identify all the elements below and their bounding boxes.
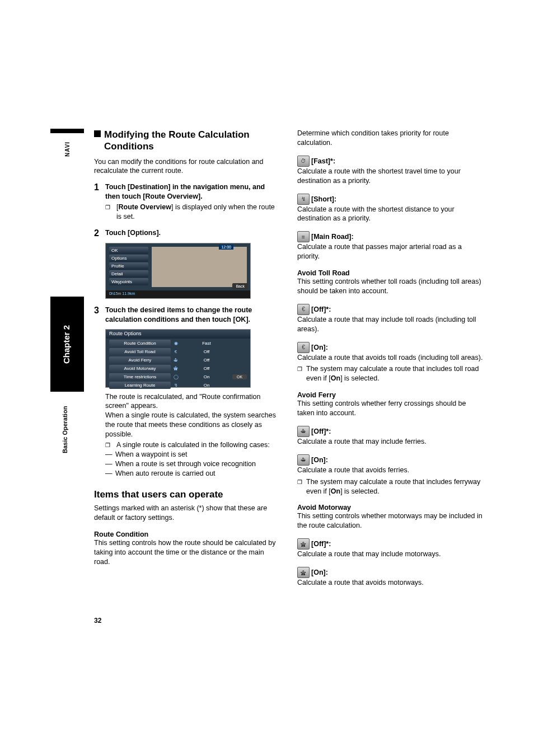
toll-off-desc: Calculate a route that may include toll … [297, 315, 484, 334]
fast-label: [Fast]*: [311, 157, 335, 165]
main-road-icon: ≡ [297, 231, 310, 242]
step-3-text: Touch the desired items to change the ro… [105, 306, 280, 325]
items-body: Settings marked with an asterisk (*) sho… [94, 504, 280, 523]
step-1-number: 1 [94, 182, 105, 201]
fast-icon: ⏱ [297, 156, 310, 167]
motorway-on-icon: 🛣 [297, 567, 310, 578]
left-column: Modifying the Route Calculation Conditio… [94, 129, 280, 588]
ss2-body: Route Condition ◉ Fast Avoid Toll Road €… [109, 340, 247, 390]
ferry-on-option: ⛴ [On]: [297, 454, 484, 466]
avoid-toll-title: Avoid Toll Road [297, 269, 484, 277]
short-icon: ↯ [297, 194, 310, 205]
section-bullet-icon [94, 130, 101, 137]
step-1-note: [Route Overview] is displayed only when … [105, 203, 280, 222]
short-desc: Calculate a route with the shortest dist… [297, 205, 484, 224]
ss2-row-avoid-toll: Avoid Toll Road € Off [109, 348, 247, 356]
step-1-note-text: [Route Overview] is displayed only when … [116, 203, 280, 222]
ss1-map [152, 247, 247, 287]
motorway-on-label: [On]: [311, 569, 328, 576]
avoid-motorway-body: This setting controls whether motorways … [297, 511, 484, 530]
toll-note: The system may calculate a route that in… [297, 364, 484, 383]
ferry-on-icon: ⛴ [297, 454, 310, 466]
avoid-motorway-title: Avoid Motorway [297, 504, 484, 511]
ss1-menu-ok: OK [109, 247, 148, 254]
note-bullet-icon [105, 440, 111, 450]
ferry-on-label: [On]: [311, 456, 328, 464]
toll-on-desc: Calculate a route that avoids toll roads… [297, 353, 484, 363]
screenshot-route-options: Route Options Route Condition ◉ Fast Avo… [105, 329, 251, 388]
motorway-on-desc: Calculate a route that avoids motorways. [297, 578, 484, 588]
ss2-row-route-condition: Route Condition ◉ Fast [109, 340, 247, 348]
section-heading: Modifying the Route Calculation Conditio… [104, 129, 280, 153]
ss2-title: Route Options [106, 330, 250, 339]
toll-off-label: [Off]*: [311, 306, 331, 313]
ss1-clock: 12:00 [219, 245, 233, 250]
route-condition-title: Route Condition [94, 530, 280, 538]
avoid-ferry-title: Avoid Ferry [297, 391, 484, 399]
toll-on-option: € [On]: [297, 342, 484, 353]
single-route-intro: A single route is calculated in the foll… [105, 440, 280, 450]
chapter-label: Chapter 2 [62, 300, 71, 389]
step-2-number: 2 [94, 228, 105, 238]
motorway-off-desc: Calculate a route that may include motor… [297, 550, 484, 559]
right-column: Determine which condition takes priority… [297, 129, 484, 588]
main-road-desc: Calculate a route that passes major arte… [297, 242, 484, 261]
note-bullet-icon [105, 203, 111, 222]
case-waypoint: —When a waypoint is set [105, 450, 280, 459]
ferry-off-icon: ⛴ [297, 426, 310, 437]
items-heading: Items that users can operate [94, 489, 280, 500]
motorway-on-option: 🛣 [On]: [297, 567, 484, 578]
toll-off-option: € [Off]*: [297, 304, 484, 315]
toll-off-icon: € [297, 304, 310, 315]
ss1-menu-profile: Profile [109, 262, 148, 270]
avoid-toll-body: This setting controls whether toll roads… [297, 277, 484, 296]
note-bullet-icon [297, 477, 306, 496]
route-condition-body: This setting controls how the route shou… [94, 538, 280, 567]
ferry-off-label: [Off]*: [311, 428, 331, 435]
main-road-option: ≡ [Main Road]: [297, 231, 484, 242]
ss1-menu-waypoints: Waypoints [109, 278, 148, 285]
ferry-off-option: ⛴ [Off]*: [297, 426, 484, 437]
section-heading-row: Modifying the Route Calculation Conditio… [94, 129, 280, 153]
page-number: 32 [94, 617, 101, 624]
ferry-off-desc: Calculate a route that may include ferri… [297, 437, 484, 447]
ss1-menu-options: Options [109, 255, 148, 262]
recalc-text: The route is recalculated, and "Route co… [105, 392, 280, 439]
ss1-statusbar: 0h15m 11.9km [106, 290, 250, 298]
ss2-row-time-restrictions: Time restrictions ◯ On OK [109, 373, 247, 381]
fast-desc: Calculate a route with the shortest trav… [297, 167, 484, 186]
fast-option: ⏱ [Fast]*: [297, 156, 484, 167]
intro-text: You can modify the conditions for route … [94, 157, 280, 176]
basic-operation-label: Basic Operation [62, 406, 68, 453]
step-1: 1 Touch [Destination] in the navigation … [94, 182, 280, 201]
navi-label: NAVI [64, 142, 71, 157]
ss2-row-avoid-ferry: Avoid Ferry ⛴ Off [109, 356, 247, 364]
step-3-number: 3 [94, 306, 105, 325]
step-3: 3 Touch the desired items to change the … [94, 306, 280, 325]
short-label: [Short]: [311, 195, 336, 203]
step-1-text: Touch [Destination] in the navigation me… [105, 182, 280, 201]
short-option: ↯ [Short]: [297, 194, 484, 205]
ferry-on-desc: Calculate a route that avoids ferries. [297, 466, 484, 475]
motorway-off-icon: 🛣 [297, 538, 310, 550]
avoid-ferry-body: This setting controls whether ferry cros… [297, 399, 484, 418]
case-voice: —When a route is set through voice recog… [105, 459, 280, 469]
side-marker [50, 129, 84, 133]
screenshot-route-overview: OK Options Profile Detail Waypoints 12:0… [105, 243, 251, 299]
chapter-tab: Chapter 2 [50, 297, 84, 392]
step-2: 2 Touch [Options]. [94, 228, 280, 238]
motorway-off-option: 🛣 [Off]*: [297, 538, 484, 550]
ss1-menu-detail: Detail [109, 270, 148, 278]
ferry-note: The system may calculate a route that in… [297, 477, 484, 496]
toll-on-label: [On]: [311, 344, 328, 351]
ss2-row-avoid-motorway: Avoid Motorway 🛣 Off [109, 365, 247, 373]
ss2-row-learning-route: Learning Route ↯ On [109, 382, 247, 389]
case-reroute: —When auto reroute is carried out [105, 469, 280, 478]
main-road-label: [Main Road]: [311, 233, 354, 241]
toll-on-icon: € [297, 342, 310, 353]
ss1-menu: OK Options Profile Detail Waypoints [109, 247, 148, 286]
step-2-text: Touch [Options]. [105, 228, 161, 238]
note-bullet-icon [297, 364, 306, 383]
ss1-back-button: Back [232, 283, 248, 289]
ss2-ok-button: OK [232, 374, 247, 379]
